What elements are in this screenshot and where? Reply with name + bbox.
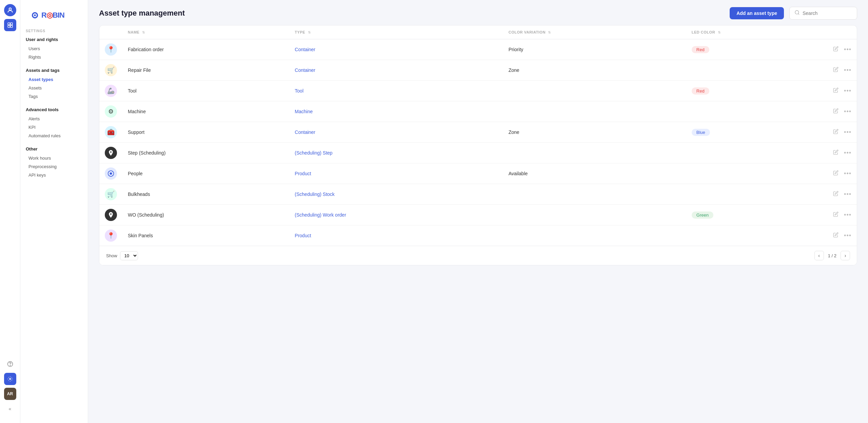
cell-color-variation — [503, 225, 686, 246]
more-icon[interactable]: ••• — [844, 149, 851, 157]
col-type[interactable]: TYPE ⇅ — [289, 25, 503, 39]
more-icon[interactable]: ••• — [844, 87, 851, 95]
table-row: 🦾 Tool Tool Red ••• — [99, 81, 857, 101]
cell-icon: 🦾 — [99, 81, 122, 101]
user-avatar[interactable] — [4, 4, 16, 16]
cell-icon: 🛒 — [99, 184, 122, 205]
asset-icon: 📍 — [105, 229, 117, 242]
sort-type-icon: ⇅ — [308, 31, 311, 34]
svg-point-13 — [110, 173, 112, 175]
asset-icon: 🧰 — [105, 126, 117, 138]
files-icon[interactable] — [4, 19, 16, 31]
cell-color-variation: Priority — [503, 39, 686, 60]
edit-icon[interactable] — [833, 108, 839, 115]
svg-rect-1 — [8, 23, 10, 25]
table-row: People Product Available ••• — [99, 163, 857, 184]
more-icon[interactable]: ••• — [844, 46, 851, 53]
edit-icon[interactable] — [833, 232, 839, 239]
svg-point-0 — [9, 8, 11, 10]
collapse-icon[interactable]: « — [4, 403, 16, 415]
sidebar-item-preprocessing[interactable]: Preprocessing — [26, 163, 82, 170]
edit-icon[interactable] — [833, 191, 839, 198]
prev-page-button[interactable]: ‹ — [814, 251, 824, 260]
cell-led-color: Green — [686, 205, 823, 225]
row-actions: ••• — [828, 191, 851, 198]
led-badge: Green — [692, 212, 713, 219]
cell-led-color — [686, 225, 823, 246]
cell-icon — [99, 163, 122, 184]
group-title-assets-tags: Assets and tags — [26, 68, 82, 73]
edit-icon[interactable] — [833, 87, 839, 94]
edit-icon[interactable] — [833, 46, 839, 53]
logo-text: R◎BIN — [41, 11, 64, 20]
cell-led-color — [686, 163, 823, 184]
more-icon[interactable]: ••• — [844, 129, 851, 136]
more-icon[interactable]: ••• — [844, 191, 851, 198]
asset-icon: 🦾 — [105, 85, 117, 97]
cell-name: Skin Panels — [122, 225, 289, 246]
cell-type: (Scheduling) Stock — [289, 184, 503, 205]
page-size-select[interactable]: 10 5 20 50 — [120, 251, 138, 260]
sidebar-item-rights[interactable]: Rights — [26, 53, 82, 61]
asset-icon: 🛒 — [105, 64, 117, 76]
cell-name: Step (Scheduling) — [122, 143, 289, 163]
edit-icon[interactable] — [833, 212, 839, 218]
sidebar-item-tags[interactable]: Tags — [26, 93, 82, 100]
header: Asset type management Add an asset type — [88, 0, 868, 25]
sidebar-item-asset-types[interactable]: Asset types — [26, 76, 82, 83]
sidebar-item-users[interactable]: Users — [26, 45, 82, 53]
add-asset-type-button[interactable]: Add an asset type — [730, 7, 784, 19]
svg-point-7 — [9, 378, 11, 380]
cell-type: Container — [289, 122, 503, 143]
col-led-color[interactable]: LED COLOR ⇅ — [686, 25, 823, 39]
more-icon[interactable]: ••• — [844, 232, 851, 239]
group-assets-tags: Assets and tags Asset types Assets Tags — [26, 68, 82, 100]
sidebar-item-alerts[interactable]: Alerts — [26, 115, 82, 123]
col-name[interactable]: NAME ⇅ — [122, 25, 289, 39]
led-badge: Red — [692, 46, 709, 53]
edit-icon[interactable] — [833, 149, 839, 156]
table-row: 📍 Skin Panels Product ••• — [99, 225, 857, 246]
table-row: 📍 Fabrication order Container Priority R… — [99, 39, 857, 60]
more-icon[interactable]: ••• — [844, 67, 851, 74]
led-badge: Red — [692, 87, 709, 95]
group-title-user-rights: User and rights — [26, 37, 82, 42]
more-icon[interactable]: ••• — [844, 212, 851, 219]
sidebar-item-kpi[interactable]: KPI — [26, 123, 82, 131]
cell-icon: 🧰 — [99, 122, 122, 143]
page-title: Asset type management — [99, 9, 185, 18]
cell-color-variation: Zone — [503, 60, 686, 81]
sidebar-item-assets[interactable]: Assets — [26, 84, 82, 92]
settings-icon[interactable] — [4, 373, 16, 385]
sidebar-item-work-hours[interactable]: Work hours — [26, 154, 82, 162]
edit-icon[interactable] — [833, 67, 839, 74]
sidebar-item-automated-rules[interactable]: Automated rules — [26, 132, 82, 140]
asset-icon — [105, 209, 117, 221]
sidebar-item-api-keys[interactable]: API keys — [26, 171, 82, 179]
edit-icon[interactable] — [833, 129, 839, 136]
table-header: NAME ⇅ TYPE ⇅ COLOR VARIATION ⇅ LED COLO… — [99, 25, 857, 39]
next-page-button[interactable]: › — [841, 251, 850, 260]
cell-color-variation: Zone — [503, 122, 686, 143]
more-icon[interactable]: ••• — [844, 170, 851, 177]
asset-icon: ⚙ — [105, 105, 117, 118]
cell-actions: ••• — [823, 60, 857, 81]
asset-types-table: NAME ⇅ TYPE ⇅ COLOR VARIATION ⇅ LED COLO… — [99, 25, 857, 265]
group-advanced-tools: Advanced tools Alerts KPI Automated rule… — [26, 107, 82, 140]
cell-color-variation — [503, 205, 686, 225]
cell-color-variation — [503, 184, 686, 205]
ar-avatar[interactable]: AR — [4, 388, 16, 400]
search-input[interactable] — [803, 11, 850, 16]
row-actions: ••• — [828, 232, 851, 239]
row-actions: ••• — [828, 46, 851, 53]
col-color-variation[interactable]: COLOR VARIATION ⇅ — [503, 25, 686, 39]
edit-icon[interactable] — [833, 170, 839, 177]
sidebar: R◎BIN SETTINGS User and rights Users Rig… — [20, 0, 88, 423]
row-actions: ••• — [828, 170, 851, 177]
question-icon[interactable] — [4, 358, 16, 370]
table-row: 🛒 Repair File Container Zone ••• — [99, 60, 857, 81]
logo-area: R◎BIN — [26, 7, 82, 26]
cell-led-color — [686, 60, 823, 81]
cell-icon: 🛒 — [99, 60, 122, 81]
more-icon[interactable]: ••• — [844, 108, 851, 115]
